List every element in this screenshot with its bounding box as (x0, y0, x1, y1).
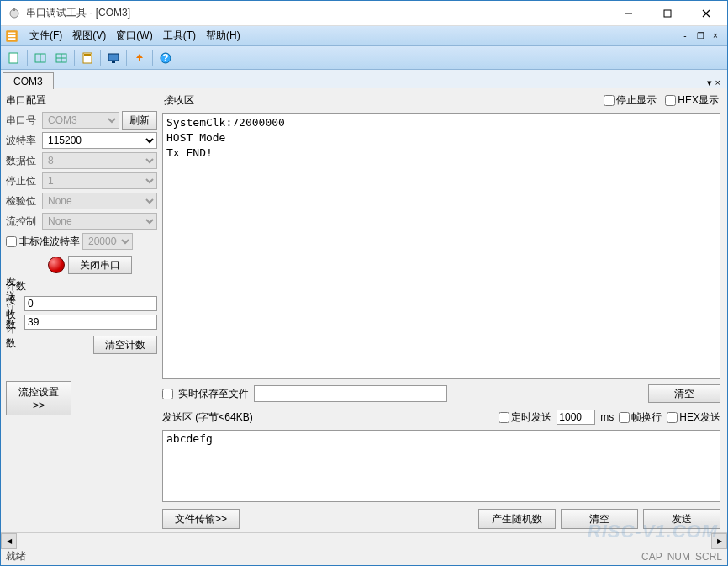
svg-rect-1 (13, 8, 15, 11)
toolbar: ? (1, 46, 727, 70)
svg-rect-7 (8, 32, 16, 34)
flow-label: 流控制 (6, 214, 40, 229)
mdi-minimize-button[interactable]: - (678, 30, 692, 42)
svg-rect-11 (12, 56, 15, 56)
hex-send-checkbox[interactable] (667, 412, 678, 423)
menubar: 文件(F) 视图(V) 窗口(W) 工具(T) 帮助(H) - ❐ × (1, 26, 727, 46)
menu-tools[interactable]: 工具(T) (158, 27, 201, 45)
status-ready: 就绪 (6, 549, 641, 563)
databits-select[interactable]: 8 (42, 152, 157, 169)
config-panel: 串口配置 串口号 COM3 刷新 波特率 115200 数据位 8 停止位 1 … (1, 88, 162, 532)
send-clear-button[interactable]: 清空 (561, 509, 638, 529)
nonstd-baud-label: 非标准波特率 (19, 235, 80, 249)
titlebar: 串口调试工具 - [COM3] (1, 1, 727, 26)
menu-help[interactable]: 帮助(H) (201, 27, 245, 45)
send-textarea[interactable] (162, 430, 720, 502)
ms-label: ms (600, 411, 614, 423)
save-to-file-label: 实时保存至文件 (178, 387, 249, 401)
toolbar-layout2-icon[interactable] (51, 48, 71, 68)
nonstd-baud-select[interactable]: 200000 (82, 233, 133, 250)
close-port-button[interactable]: 关闭串口 (68, 256, 132, 274)
frame-wrap-label: 帧换行 (631, 410, 662, 425)
toolbar-upload-icon[interactable] (129, 48, 150, 68)
pause-display-label: 停止显示 (616, 93, 657, 108)
toolbar-new-icon[interactable] (4, 48, 24, 68)
file-transfer-button[interactable]: 文件传输>> (162, 509, 240, 529)
menubar-icon (4, 29, 19, 44)
menu-view[interactable]: 视图(V) (67, 27, 111, 45)
maximize-button[interactable] (648, 2, 687, 25)
send-button[interactable]: 发送 (643, 509, 720, 529)
app-icon (8, 7, 21, 20)
timed-send-label: 定时发送 (511, 410, 551, 425)
close-button[interactable] (687, 2, 725, 25)
hex-display-checkbox[interactable] (665, 95, 676, 106)
port-select[interactable]: COM3 (42, 112, 119, 129)
status-num: NUM (667, 551, 690, 563)
clear-counts-button[interactable]: 清空计数 (93, 336, 157, 354)
mdi-restore-button[interactable]: ❐ (694, 30, 707, 42)
toolbar-help-icon[interactable]: ? (156, 48, 176, 68)
svg-text:?: ? (162, 52, 168, 64)
mdi-close-button[interactable]: × (709, 30, 722, 42)
menu-window[interactable]: 窗口(W) (111, 27, 157, 45)
statusbar: 就绪 CAP NUM SCRL (1, 547, 727, 565)
svg-rect-9 (8, 38, 16, 40)
svg-rect-8 (8, 34, 16, 36)
svg-rect-10 (9, 53, 18, 63)
data-panel: 接收区 停止显示 HEX显示 SystemClk:72000000 HOST M… (162, 88, 727, 532)
parity-label: 检验位 (6, 194, 40, 209)
toolbar-calc-icon[interactable] (77, 48, 98, 68)
port-label: 串口号 (6, 114, 40, 128)
recv-count-field[interactable] (24, 315, 157, 330)
frame-wrap-checkbox[interactable] (619, 412, 630, 423)
hex-display-label: HEX显示 (678, 93, 719, 108)
tab-com3[interactable]: COM3 (3, 72, 54, 89)
svg-rect-3 (664, 10, 671, 17)
minimize-button[interactable] (609, 2, 648, 25)
svg-rect-18 (84, 54, 91, 56)
save-path-field[interactable] (254, 385, 447, 402)
flow-select[interactable]: None (42, 213, 157, 230)
horizontal-scrollbar[interactable] (1, 532, 727, 547)
main: 串口配置 串口号 COM3 刷新 波特率 115200 数据位 8 停止位 1 … (1, 88, 727, 532)
menu-file[interactable]: 文件(F) (24, 27, 67, 45)
pause-display-checkbox[interactable] (604, 95, 615, 106)
baud-label: 波特率 (6, 134, 40, 148)
config-title: 串口配置 (6, 92, 157, 109)
status-cap: CAP (641, 551, 662, 563)
window-title: 串口调试工具 - [COM3] (26, 6, 609, 20)
nonstd-baud-checkbox[interactable] (6, 236, 17, 247)
recv-title: 接收区 (164, 93, 604, 108)
status-scrl: SCRL (695, 551, 722, 563)
databits-label: 数据位 (6, 154, 40, 168)
parity-select[interactable]: None (42, 193, 157, 209)
toolbar-monitor-icon[interactable] (103, 48, 124, 68)
stopbits-label: 停止位 (6, 174, 40, 188)
svg-rect-19 (108, 54, 119, 61)
tab-dropdown-icon[interactable]: ▾ (707, 77, 712, 88)
status-led-icon (48, 257, 65, 273)
timed-send-checkbox[interactable] (499, 412, 509, 423)
stopbits-select[interactable]: 1 (42, 172, 157, 189)
refresh-button[interactable]: 刷新 (122, 111, 157, 130)
interval-field[interactable] (557, 410, 595, 425)
baud-select[interactable]: 115200 (42, 132, 157, 149)
tabbar: COM3 ▾ × (1, 70, 727, 88)
hex-send-label: HEX发送 (679, 410, 720, 425)
recv-textarea[interactable]: SystemClk:72000000 HOST Mode Tx END! (162, 113, 720, 379)
counts-title: 计数 (6, 279, 157, 294)
random-button[interactable]: 产生随机数 (478, 509, 556, 529)
recv-clear-button[interactable]: 清空 (648, 384, 720, 403)
send-title: 发送区 (字节<64KB) (162, 410, 253, 425)
flow-settings-button[interactable]: 流控设置>> (6, 381, 71, 415)
save-to-file-checkbox[interactable] (162, 389, 173, 399)
toolbar-layout1-icon[interactable] (30, 48, 50, 68)
tab-close-icon[interactable]: × (715, 77, 720, 88)
send-count-field[interactable] (24, 296, 157, 311)
svg-rect-20 (112, 61, 115, 63)
